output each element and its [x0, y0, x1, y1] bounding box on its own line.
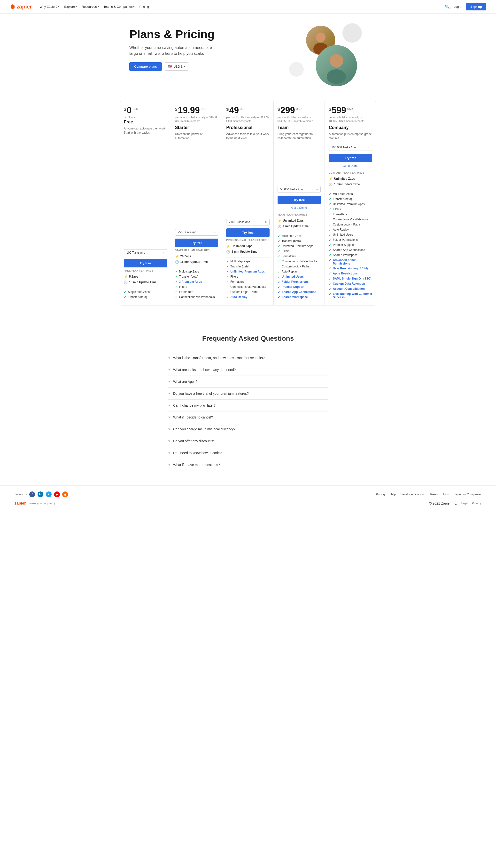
- faq-question: ∨ Do you offer any discounts?: [168, 439, 328, 443]
- faq-item[interactable]: ∨ What if I have more questions?: [168, 459, 328, 471]
- footer-nav-link[interactable]: Developer Platform: [401, 493, 425, 496]
- check-icon: ✓: [226, 280, 229, 284]
- try-free-button[interactable]: Try free: [226, 228, 269, 237]
- feature-divider: [175, 268, 218, 268]
- search-icon[interactable]: 🔍: [445, 4, 450, 9]
- chevron-down-icon: ▾: [133, 5, 135, 8]
- faq-item[interactable]: ∨ Do you have a free trial of your premi…: [168, 388, 328, 400]
- check-icon: ✓: [329, 228, 331, 231]
- check-icon: ✓: [329, 213, 331, 216]
- check-icon: ✓: [329, 277, 331, 281]
- login-link[interactable]: Log in: [454, 5, 462, 9]
- check-icon: ✓: [278, 260, 280, 263]
- footer-nav-link[interactable]: Help: [390, 493, 396, 496]
- check-icon: ✓: [278, 285, 280, 289]
- try-free-button[interactable]: Try free: [329, 154, 372, 162]
- try-free-button[interactable]: Try free: [278, 196, 321, 204]
- check-icon: ✓: [226, 275, 229, 279]
- nav-teams[interactable]: Teams & Companies ▾: [104, 5, 135, 9]
- get-demo-link[interactable]: Get a Demo: [329, 164, 372, 167]
- linkedin-icon[interactable]: in: [37, 492, 43, 497]
- task-selector[interactable]: 2,000 Tasks /mo ⇅: [226, 219, 269, 225]
- footer-nav-link[interactable]: Press: [430, 493, 438, 496]
- plan-feature: ✓ Shared Workspace: [278, 295, 321, 299]
- plan-name: Free: [124, 120, 167, 125]
- footer-nav-link[interactable]: Pricing: [376, 493, 385, 496]
- task-selector[interactable]: 50,000 Tasks /mo ⇅: [278, 186, 321, 193]
- check-icon: ✓: [124, 290, 126, 294]
- youtube-icon[interactable]: ▶: [54, 492, 60, 497]
- plan-feature: ✓ Unlimited Users: [278, 275, 321, 279]
- hero-title: Plans & Pricing: [129, 28, 284, 41]
- check-icon: ✓: [226, 290, 229, 294]
- footer-legal-link[interactable]: Legal: [461, 502, 468, 505]
- price-usd: USD: [201, 107, 206, 110]
- plan-feature: ✓ Transfer (beta): [226, 265, 269, 268]
- footer-nav-link[interactable]: Zapier for Companies: [454, 493, 481, 496]
- faq-item[interactable]: ∨ Do I need to know how to code?: [168, 447, 328, 459]
- check-icon: ✓: [329, 208, 331, 211]
- plan-feature: ✓ Connections Via Webhooks: [329, 218, 372, 221]
- get-demo-link[interactable]: Get a Demo: [278, 206, 321, 209]
- faq-question: ∨ What if I decide to cancel?: [168, 415, 328, 419]
- faq-item[interactable]: ∨ What are Apps?: [168, 376, 328, 388]
- nav-resources[interactable]: Resources ▾: [82, 5, 98, 9]
- price-period: per month, billed annually or $29.99 USD…: [175, 116, 218, 123]
- plan-feature: ✓ Auto Replay: [278, 270, 321, 273]
- chevron-down-icon: ∨: [168, 451, 170, 454]
- plan-feature: ✓ Custom Logic - Paths: [278, 265, 321, 268]
- price-usd: USD: [133, 107, 138, 110]
- rss-icon[interactable]: ◉: [62, 492, 68, 497]
- check-icon: ✓: [329, 197, 331, 201]
- plan-feature: ✓ User Provisioning (SCIM): [329, 267, 372, 270]
- try-free-button[interactable]: Try free: [175, 239, 218, 247]
- nav-explore[interactable]: Explore ▾: [64, 5, 77, 9]
- signup-button[interactable]: Sign up: [466, 3, 486, 11]
- chevron-down-icon: ∨: [168, 428, 170, 431]
- faq-item[interactable]: ∨ Can I change my plan later?: [168, 400, 328, 411]
- task-selector[interactable]: 100,000 Tasks /mo ⇅: [329, 144, 372, 151]
- svg-point-3: [330, 54, 343, 68]
- nav-why-zapier[interactable]: Why Zapier? ▾: [40, 5, 60, 9]
- highlight-icon: ⚡: [278, 219, 281, 223]
- plan-name: Starter: [175, 125, 218, 130]
- faq-item[interactable]: ∨ What if I decide to cancel?: [168, 411, 328, 423]
- facebook-icon[interactable]: f: [29, 492, 35, 497]
- nav-pricing[interactable]: Pricing: [139, 5, 149, 9]
- plan-desc: Anyone can automate their work. Start wi…: [124, 126, 167, 245]
- footer-legal-link[interactable]: Privacy: [472, 502, 481, 505]
- chevron-down-icon: ▾: [184, 65, 185, 68]
- twitter-icon[interactable]: t: [46, 492, 51, 497]
- currency-selector[interactable]: 🇺🇸 USD $ ▾: [165, 62, 188, 71]
- plan-free: $ 0 USD free forever Free Anyone can aut…: [120, 101, 171, 305]
- faq-item[interactable]: ∨ What is the Transfer beta, and how doe…: [168, 352, 328, 364]
- faq-item[interactable]: ∨ Do you offer any discounts?: [168, 435, 328, 447]
- price-amount: 599: [331, 106, 346, 115]
- try-free-button[interactable]: Try free: [124, 259, 167, 267]
- selector-arrows-icon: ⇅: [214, 231, 216, 234]
- check-icon: ✓: [226, 285, 229, 289]
- selector-arrows-icon: ⇅: [265, 221, 267, 224]
- check-icon: ✓: [278, 250, 280, 253]
- check-icon: ✓: [278, 234, 280, 238]
- plan-feature: ✓ Filters: [278, 250, 321, 253]
- hero-images: [284, 23, 367, 91]
- task-selector[interactable]: 100 Tasks /mo ⇅: [124, 249, 167, 256]
- plan-feature: ✓ Single-step Zaps: [124, 290, 167, 294]
- plan-highlight: 🕐 2 min Update Time: [226, 250, 269, 254]
- plan-feature: ✓ Auto Replay: [329, 228, 372, 231]
- faq-item[interactable]: ∨ Can you charge me in my local currency…: [168, 423, 328, 435]
- check-icon: ✓: [175, 290, 178, 294]
- check-icon: ✓: [278, 280, 280, 284]
- footer-nav-link[interactable]: Jobs: [443, 493, 449, 496]
- hero-image-2: [316, 45, 357, 86]
- price-row: $ 0 USD: [124, 106, 167, 115]
- task-selector[interactable]: 750 Tasks /mo ⇅: [175, 229, 218, 236]
- compare-plans-button[interactable]: Compare plans: [129, 62, 162, 71]
- price-period: per month, billed annually or $73.50 USD…: [226, 116, 269, 123]
- faq-item[interactable]: ∨ What are tasks and how many do I need?: [168, 364, 328, 376]
- chevron-down-icon: ∨: [168, 404, 170, 407]
- plan-feature: ✓ Multi-step Zaps: [226, 260, 269, 263]
- logo[interactable]: zapier: [10, 4, 32, 10]
- check-icon: ✓: [175, 285, 178, 289]
